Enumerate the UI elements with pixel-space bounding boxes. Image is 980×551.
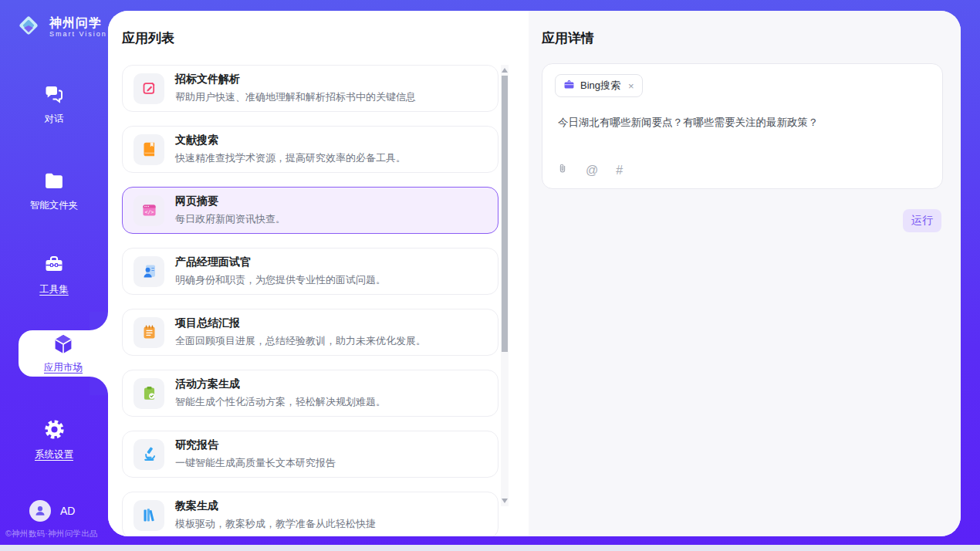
app-description: 模板驱动，教案秒成，教学准备从此轻松快捷 xyxy=(175,517,376,531)
books-icon xyxy=(133,500,164,531)
app-list-title: 应用列表 xyxy=(122,29,174,47)
app-detail-title: 应用详情 xyxy=(542,29,594,47)
user-account[interactable]: AD xyxy=(29,500,75,522)
app-name: 产品经理面试官 xyxy=(175,255,386,269)
app-description: 智能生成个性化活动方案，轻松解决规划难题。 xyxy=(175,395,386,409)
folder-icon xyxy=(42,171,66,194)
brand-subtitle: Smart Vision xyxy=(49,30,107,38)
app-card-pm-interviewer[interactable]: 产品经理面试官 明确身份和职责，为您提供专业性的面试问题。 xyxy=(122,248,498,295)
app-name: 项目总结汇报 xyxy=(175,316,426,330)
scroll-up-arrow-icon[interactable] xyxy=(502,68,508,73)
cube-icon xyxy=(52,333,75,358)
edit-document-icon xyxy=(133,73,164,104)
run-button[interactable]: 运行 xyxy=(903,209,941,232)
briefcase-icon xyxy=(563,79,575,93)
gem-logo-icon xyxy=(14,11,43,43)
user-avatar-icon xyxy=(29,500,51,522)
tab-fillet-top xyxy=(90,312,108,330)
app-name: 招标文件解析 xyxy=(175,73,416,86)
chat-icon xyxy=(42,83,66,107)
svg-text:</>: </> xyxy=(144,209,154,215)
app-card-literature-search[interactable]: 文献搜索 快速精准查找学术资源，提高研究效率的必备工具。 xyxy=(122,126,498,173)
tool-tag-bing-search[interactable]: Bing搜索 × xyxy=(555,74,643,97)
tag-close-icon[interactable]: × xyxy=(628,80,634,92)
toolbox-icon xyxy=(42,254,66,278)
app-description: 全面回顾项目进展，总结经验教训，助力未来优化发展。 xyxy=(175,334,426,348)
app-card-lesson-plan[interactable]: 教案生成 模板驱动，教案秒成，教学准备从此轻松快捷 xyxy=(122,492,498,536)
sidebar-item-app-market[interactable]: 应用市场 xyxy=(19,330,108,377)
app-name: 文献搜索 xyxy=(175,134,406,147)
app-description: 每日政府新闻资讯快查。 xyxy=(175,212,286,226)
sidebar: 神州问学 Smart Vision 对话 智能文件夹 xyxy=(0,0,108,551)
prompt-card: Bing搜索 × 今日湖北有哪些新闻要点？有哪些需要关注的最新政策？ @ # xyxy=(542,63,943,189)
brand-logo: 神州问学 Smart Vision xyxy=(14,11,107,43)
sidebar-item-label: 对话 xyxy=(45,113,64,126)
mention-icon[interactable]: @ xyxy=(586,164,598,177)
scrollbar-thumb[interactable] xyxy=(502,76,508,352)
user-name: AD xyxy=(60,505,75,517)
sidebar-item-label: 系统设置 xyxy=(35,448,73,461)
book-icon xyxy=(133,134,164,165)
app-card-activity-plan[interactable]: 活动方案生成 智能生成个性化活动方案，轻松解决规划难题。 xyxy=(122,370,498,417)
app-name: 研究报告 xyxy=(175,438,336,452)
list-scrollbar[interactable] xyxy=(501,65,509,506)
app-name: 教案生成 xyxy=(175,499,376,513)
app-card-research-report[interactable]: 研究报告 一键智能生成高质量长文本研究报告 xyxy=(122,431,498,478)
sidebar-item-settings[interactable]: 系统设置 xyxy=(0,418,108,461)
gear-icon xyxy=(43,418,66,443)
sidebar-item-label: 智能文件夹 xyxy=(30,199,79,212)
paperclip-icon[interactable] xyxy=(557,162,568,178)
active-tab-block: 应用市场 xyxy=(0,312,108,395)
web-code-icon: </> xyxy=(133,195,164,226)
topic-icon[interactable]: # xyxy=(616,164,623,177)
app-description: 一键智能生成高质量长文本研究报告 xyxy=(175,456,336,470)
app-name: 活动方案生成 xyxy=(175,377,386,391)
app-card-list: 招标文件解析 帮助用户快速、准确地理解和解析招标书中的关键信息 文献搜索 快速精… xyxy=(122,65,498,536)
query-text[interactable]: 今日湖北有哪些新闻要点？有哪些需要关注的最新政策？ xyxy=(558,116,927,130)
bottom-edge-strip xyxy=(0,545,980,551)
app-list-panel: 应用列表 招标文件解析 帮助用户快速、准确地理解和解析招标书中的关键信息 xyxy=(108,11,529,536)
copyright-text: ©神州数码·神州问学出品 xyxy=(5,529,108,539)
brand-title: 神州问学 xyxy=(49,16,107,30)
app-card-project-summary[interactable]: 项目总结汇报 全面回顾项目进展，总结经验教训，助力未来优化发展。 xyxy=(122,309,498,356)
sidebar-item-label: 应用市场 xyxy=(44,361,83,374)
sidebar-item-label: 工具集 xyxy=(39,283,69,296)
app-description: 明确身份和职责，为您提供专业性的面试问题。 xyxy=(175,273,386,287)
interviewer-icon xyxy=(133,256,164,287)
microscope-icon xyxy=(133,439,164,470)
scroll-down-arrow-icon[interactable] xyxy=(502,499,508,503)
clipboard-check-icon xyxy=(133,378,164,409)
sidebar-item-chat[interactable]: 对话 xyxy=(0,83,108,126)
sidebar-item-smart-folder[interactable]: 智能文件夹 xyxy=(0,171,108,212)
app-description: 帮助用户快速、准确地理解和解析招标书中的关键信息 xyxy=(175,90,416,104)
input-toolbar: @ # xyxy=(557,162,623,178)
notepad-icon xyxy=(133,317,164,348)
tool-tag-label: Bing搜索 xyxy=(580,79,620,93)
tab-fillet-bottom xyxy=(90,377,108,395)
app-card-bid-analysis[interactable]: 招标文件解析 帮助用户快速、准确地理解和解析招标书中的关键信息 xyxy=(122,65,498,112)
sidebar-item-toolset[interactable]: 工具集 xyxy=(0,254,108,296)
app-card-web-summary[interactable]: </> 网页摘要 每日政府新闻资讯快查。 xyxy=(122,187,498,234)
app-name: 网页摘要 xyxy=(175,194,286,208)
app-description: 快速精准查找学术资源，提高研究效率的必备工具。 xyxy=(175,151,406,165)
app-detail-panel: 应用详情 Bing搜索 × 今日湖北有哪些新闻要点？有哪些需要关注的最新政策？ xyxy=(529,11,961,536)
main-content: 应用列表 招标文件解析 帮助用户快速、准确地理解和解析招标书中的关键信息 xyxy=(108,11,961,536)
